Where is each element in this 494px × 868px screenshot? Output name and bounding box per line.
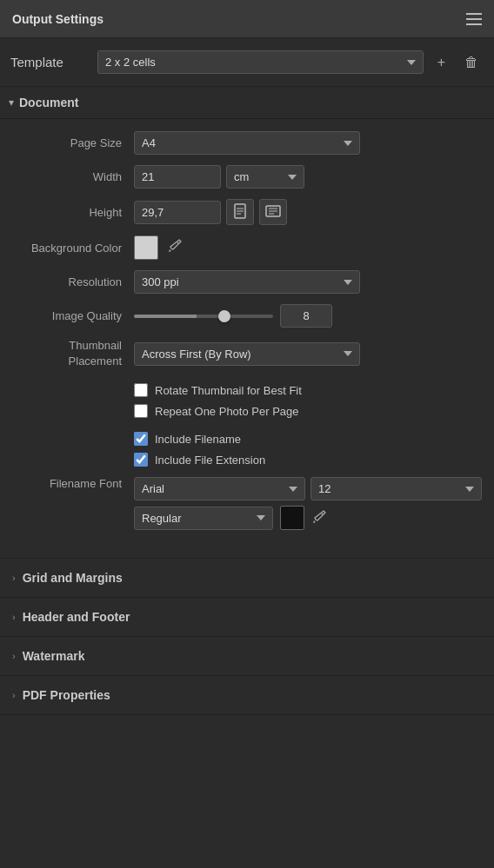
landscape-icon (265, 205, 281, 220)
thumbnail-placement-row: Thumbnail Placement Across First (By Row… (0, 338, 494, 369)
page-size-select[interactable]: A4A3Letter4x65x7 (134, 131, 360, 155)
header-title: Output Settings (12, 12, 103, 26)
document-section-content: Page Size A4A3Letter4x65x7 Width cminmmp… (0, 119, 494, 559)
portrait-icon (234, 203, 246, 222)
background-eyedropper-icon[interactable] (167, 238, 183, 257)
grid-chevron-icon: › (12, 573, 16, 583)
header: Output Settings (0, 0, 494, 38)
header-footer-label: Header and Footer (23, 610, 130, 624)
pdf-properties-label: PDF Properties (23, 688, 110, 702)
add-template-button[interactable]: + (432, 51, 451, 74)
include-extension-row: Include File Extension (0, 449, 494, 470)
thumbnail-placement-label: Thumbnail Placement (12, 338, 134, 369)
landscape-button[interactable] (259, 199, 287, 225)
template-label: Template (10, 55, 89, 70)
repeat-photo-label[interactable]: Repeat One Photo Per Page (155, 405, 299, 418)
collapsible-sections: › Grid and Margins › Header and Footer ›… (0, 559, 494, 715)
document-chevron-icon: ▾ (9, 96, 14, 109)
template-row: Template 2 x 2 cells1 x 1 cell2 x 3 cell… (0, 38, 494, 87)
filename-font-label: Filename Font (12, 477, 134, 490)
svg-point-8 (177, 242, 179, 244)
header-chevron-icon: › (12, 612, 16, 622)
rotate-thumbnail-checkbox[interactable] (134, 383, 148, 397)
menu-button[interactable] (466, 13, 482, 25)
document-section-header[interactable]: ▾ Document (0, 87, 494, 119)
svg-point-9 (322, 513, 324, 514)
page-size-row: Page Size A4A3Letter4x65x7 (0, 131, 494, 155)
thumbnail-placement-select[interactable]: Across First (By Row)Down First (By Colu… (134, 342, 360, 366)
document-section-label: Document (19, 96, 78, 109)
font-style-select[interactable]: RegularBoldItalicBold Italic (134, 507, 273, 530)
width-label: Width (12, 170, 134, 183)
template-select[interactable]: 2 x 2 cells1 x 1 cell2 x 3 cells4 x 5 ce… (97, 50, 424, 74)
delete-template-button[interactable]: 🗑 (459, 51, 484, 74)
repeat-photo-checkbox[interactable] (134, 404, 148, 418)
background-color-label: Background Color (12, 242, 134, 255)
include-filename-row: Include Filename (0, 428, 494, 449)
page-size-label: Page Size (12, 136, 134, 149)
trash-icon: 🗑 (464, 55, 478, 70)
watermark-label: Watermark (23, 649, 85, 663)
pdf-properties-section[interactable]: › PDF Properties (0, 676, 494, 715)
rotate-thumbnail-label[interactable]: Rotate Thumbnail for Best Fit (155, 384, 302, 397)
height-row: Height (0, 199, 494, 225)
font-color-swatch[interactable] (280, 506, 304, 530)
pdf-chevron-icon: › (12, 690, 16, 700)
width-unit-select[interactable]: cminmmpx (226, 165, 304, 189)
background-color-row: Background Color (0, 235, 494, 260)
include-filename-label[interactable]: Include Filename (155, 433, 241, 446)
filename-font-row: Filename Font ArialHelveticaTimes New Ro… (0, 477, 494, 530)
rotate-thumbnail-row: Rotate Thumbnail for Best Fit (0, 380, 494, 401)
font-family-select[interactable]: ArialHelveticaTimes New RomanCourier (134, 477, 305, 500)
grid-margins-section[interactable]: › Grid and Margins (0, 559, 494, 598)
grid-margins-label: Grid and Margins (23, 571, 123, 585)
portrait-button[interactable] (226, 199, 254, 225)
watermark-chevron-icon: › (12, 651, 16, 661)
font-size-select[interactable]: 810111214161824 (310, 477, 482, 500)
background-color-swatch[interactable] (134, 235, 158, 260)
repeat-photo-row: Repeat One Photo Per Page (0, 401, 494, 421)
plus-icon: + (437, 55, 445, 70)
quality-input[interactable] (280, 304, 332, 328)
include-extension-checkbox[interactable] (134, 453, 148, 467)
height-label: Height (12, 206, 134, 219)
image-quality-row: Image Quality (0, 304, 494, 328)
include-extension-label[interactable]: Include File Extension (155, 454, 265, 467)
header-footer-section[interactable]: › Header and Footer (0, 598, 494, 637)
resolution-label: Resolution (12, 275, 134, 288)
quality-slider[interactable] (134, 315, 273, 318)
width-row: Width cminmmpx (0, 165, 494, 189)
include-filename-checkbox[interactable] (134, 432, 148, 446)
watermark-section[interactable]: › Watermark (0, 637, 494, 676)
resolution-row: Resolution 72 ppi150 ppi300 ppi600 ppi (0, 270, 494, 294)
resolution-select[interactable]: 72 ppi150 ppi300 ppi600 ppi (134, 270, 360, 294)
height-input[interactable] (134, 201, 221, 224)
width-input[interactable] (134, 165, 221, 189)
font-color-eyedropper-icon[interactable] (311, 509, 327, 527)
image-quality-label: Image Quality (12, 309, 134, 322)
